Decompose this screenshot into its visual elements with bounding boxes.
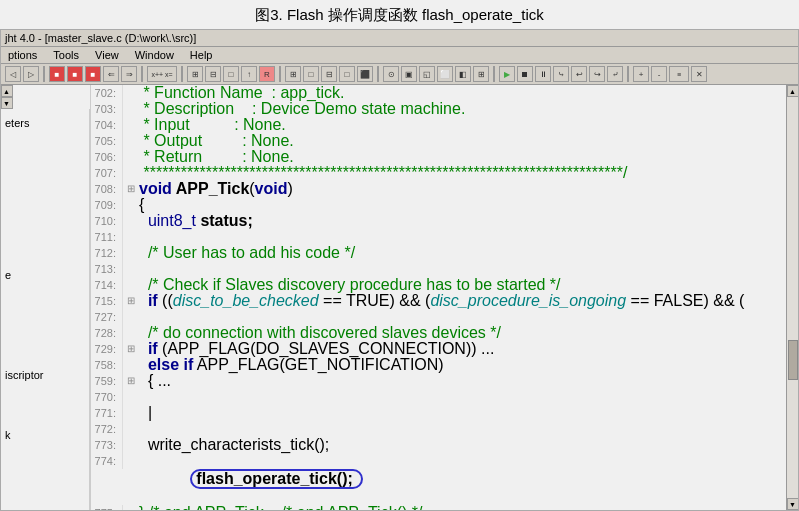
toolbar-btn-21[interactable]: ◧ bbox=[455, 66, 471, 82]
toolbar-btn-5[interactable]: ⇒ bbox=[121, 66, 137, 82]
toolbar-btn-30[interactable]: + bbox=[633, 66, 649, 82]
toolbar-btn-6[interactable]: x++ x= bbox=[147, 66, 177, 82]
table-row: 759: ⊞ { ... bbox=[91, 373, 786, 389]
code-text: { bbox=[139, 197, 786, 213]
page-title: 图3. Flash 操作调度函数 flash_operate_tick bbox=[0, 0, 799, 29]
vertical-scrollbar[interactable]: ▲ ▼ bbox=[786, 85, 798, 510]
toolbar-separator-5 bbox=[377, 66, 379, 82]
line-number: 703: bbox=[91, 101, 123, 117]
toolbar-separator-6 bbox=[493, 66, 495, 82]
sidebar-label-eters: eters bbox=[5, 117, 29, 129]
toolbar-btn-20[interactable]: ⬜ bbox=[437, 66, 453, 82]
sidebar: ▲ ▼ eters e iscriptor k bbox=[1, 85, 91, 510]
menu-view[interactable]: View bbox=[92, 48, 122, 62]
line-number: 772: bbox=[91, 421, 123, 437]
code-text: else if APP_FLAG(GET_NOTIFICATION) bbox=[139, 357, 786, 373]
menu-window[interactable]: Window bbox=[132, 48, 177, 62]
toolbar-btn-1[interactable]: ■ bbox=[49, 66, 65, 82]
line-number: 702: bbox=[91, 85, 123, 101]
menu-tools[interactable]: Tools bbox=[50, 48, 82, 62]
line-number: 759: bbox=[91, 373, 123, 389]
line-number: 773: bbox=[91, 437, 123, 453]
line-number: 770: bbox=[91, 389, 123, 405]
toolbar-btn-11[interactable]: R bbox=[259, 66, 275, 82]
code-text: if (APP_FLAG(DO_SLAVES_CONNECTION)) ... bbox=[139, 341, 786, 357]
code-lines-container: 702: * Function Name : app_tick. 703: * … bbox=[91, 85, 786, 510]
toolbar-btn-33[interactable]: ✕ bbox=[691, 66, 707, 82]
toolbar-btn-19[interactable]: ◱ bbox=[419, 66, 435, 82]
sidebar-scroll-up[interactable]: ▲ bbox=[1, 85, 13, 97]
table-row: 727: bbox=[91, 309, 786, 325]
toolbar-separator-3 bbox=[181, 66, 183, 82]
table-row: 706: * Return : None. bbox=[91, 149, 786, 165]
menu-help[interactable]: Help bbox=[187, 48, 216, 62]
menu-options[interactable]: ptions bbox=[5, 48, 40, 62]
toolbar-btn-16[interactable]: ⬛ bbox=[357, 66, 373, 82]
table-row: 711: bbox=[91, 229, 786, 245]
toolbar-btn-15[interactable]: □ bbox=[339, 66, 355, 82]
toolbar-btn-2[interactable]: ■ bbox=[67, 66, 83, 82]
toolbar-btn-18[interactable]: ▣ bbox=[401, 66, 417, 82]
toolbar-btn-26[interactable]: ⤷ bbox=[553, 66, 569, 82]
table-row: 728: /* do connection with discovered sl… bbox=[91, 325, 786, 341]
table-row: 704: * Input : None. bbox=[91, 117, 786, 133]
toolbar-back-btn[interactable]: ◁ bbox=[5, 66, 21, 82]
toolbar-btn-10[interactable]: ↑ bbox=[241, 66, 257, 82]
toolbar-btn-24[interactable]: ⏹ bbox=[517, 66, 533, 82]
code-text: write_characterists_tick(); bbox=[139, 437, 786, 453]
toolbar-forward-btn[interactable]: ▷ bbox=[23, 66, 39, 82]
toolbar-btn-9[interactable]: □ bbox=[223, 66, 239, 82]
code-text: { ... bbox=[139, 373, 786, 389]
table-row: 712: /* User has to add his code */ bbox=[91, 245, 786, 261]
code-text: /* do connection with discovered slaves … bbox=[139, 325, 786, 341]
table-row: 773: write_characterists_tick(); bbox=[91, 437, 786, 453]
toolbar-btn-7[interactable]: ⊞ bbox=[187, 66, 203, 82]
toolbar-btn-4[interactable]: ⇐ bbox=[103, 66, 119, 82]
table-row: 705: * Output : None. bbox=[91, 133, 786, 149]
line-number: 711: bbox=[91, 229, 123, 245]
sidebar-scroll: ▲ ▼ bbox=[1, 85, 13, 109]
code-text: /* Check if Slaves discovery procedure h… bbox=[139, 277, 786, 293]
toolbar-btn-14[interactable]: ⊟ bbox=[321, 66, 337, 82]
toolbar-separator-2 bbox=[141, 66, 143, 82]
flash-operate-line: 774: flash_operate_tick(); bbox=[91, 453, 786, 505]
toolbar-btn-27[interactable]: ↩ bbox=[571, 66, 587, 82]
table-row: 771: | bbox=[91, 405, 786, 421]
table-row: 708: ⊞ void APP_Tick(void) bbox=[91, 181, 786, 197]
toolbar-btn-31[interactable]: - bbox=[651, 66, 667, 82]
code-text: | bbox=[139, 405, 786, 421]
toolbar-btn-3[interactable]: ■ bbox=[85, 66, 101, 82]
toolbar-btn-28[interactable]: ↪ bbox=[589, 66, 605, 82]
line-number: 774: bbox=[91, 453, 123, 469]
code-text bbox=[139, 261, 786, 277]
table-row: 770: bbox=[91, 389, 786, 405]
toolbar-btn-29[interactable]: ⤶ bbox=[607, 66, 623, 82]
toolbar-btn-13[interactable]: □ bbox=[303, 66, 319, 82]
scroll-thumb[interactable] bbox=[788, 340, 798, 380]
code-text: * Output : None. bbox=[139, 133, 786, 149]
toolbar-btn-32[interactable]: ≡ bbox=[669, 66, 689, 82]
line-number: 728: bbox=[91, 325, 123, 341]
flash-operate-tick: flash_operate_tick(); bbox=[139, 453, 786, 505]
line-number: 710: bbox=[91, 213, 123, 229]
table-row: 707: ***********************************… bbox=[91, 165, 786, 181]
scroll-up-arrow[interactable]: ▲ bbox=[787, 85, 799, 97]
code-text bbox=[139, 309, 786, 325]
toolbar-btn-23[interactable]: ▶ bbox=[499, 66, 515, 82]
toolbar-btn-12[interactable]: ⊞ bbox=[285, 66, 301, 82]
scroll-down-arrow[interactable]: ▼ bbox=[787, 498, 799, 510]
toolbar-btn-17[interactable]: ⊙ bbox=[383, 66, 399, 82]
toolbar-separator-1 bbox=[43, 66, 45, 82]
sidebar-scroll-down[interactable]: ▼ bbox=[1, 97, 13, 109]
scroll-track[interactable] bbox=[787, 97, 799, 498]
code-text: * Function Name : app_tick. bbox=[139, 85, 786, 101]
toolbar-btn-22[interactable]: ⊞ bbox=[473, 66, 489, 82]
table-row: 758: else if APP_FLAG(GET_NOTIFICATION) bbox=[91, 357, 786, 373]
table-row: 729: ⊞ if (APP_FLAG(DO_SLAVES_CONNECTION… bbox=[91, 341, 786, 357]
toolbar-btn-8[interactable]: ⊟ bbox=[205, 66, 221, 82]
line-number: 709: bbox=[91, 197, 123, 213]
window-title: jht 4.0 - [master_slave.c (D:\work\.\src… bbox=[5, 32, 196, 44]
table-row: 709: { bbox=[91, 197, 786, 213]
code-text: * Input : None. bbox=[139, 117, 786, 133]
toolbar-btn-25[interactable]: ⏸ bbox=[535, 66, 551, 82]
